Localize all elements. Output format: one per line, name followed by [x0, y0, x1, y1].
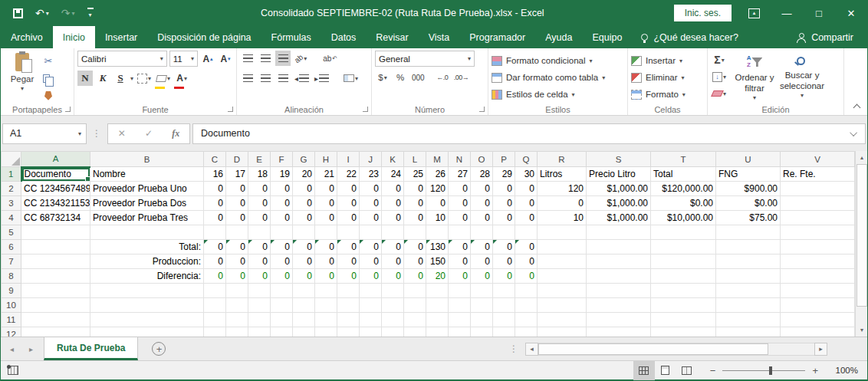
zoom-level[interactable]: 100% [827, 366, 858, 375]
cell-D6[interactable]: 0 [226, 240, 248, 255]
cell-J1[interactable]: 23 [360, 167, 382, 182]
dialog-launcher-icon[interactable] [363, 107, 368, 112]
redo-button[interactable]: ↷▾ [61, 8, 75, 18]
row-header-3[interactable]: 3 [2, 196, 21, 211]
button-eliminar[interactable]: Eliminar▾ [631, 69, 704, 86]
cell-G6[interactable]: 0 [293, 240, 315, 255]
align-center-button[interactable] [258, 71, 273, 86]
zoom-slider[interactable] [722, 370, 805, 371]
vertical-scroll-thumb[interactable] [856, 164, 867, 307]
share-button[interactable]: Compartir [797, 26, 867, 48]
font-name-select[interactable]: Calibri▾ [77, 51, 167, 67]
cell-A11[interactable] [21, 313, 90, 327]
cell-S5[interactable] [587, 225, 651, 240]
cell-O8[interactable]: 0 [471, 269, 493, 284]
cell-D12[interactable] [226, 327, 248, 337]
dialog-launcher-icon[interactable] [479, 107, 485, 112]
cell-L5[interactable] [404, 225, 426, 240]
cell-Q3[interactable]: 0 [515, 196, 538, 211]
cell-T6[interactable] [651, 240, 716, 255]
cell-M2[interactable]: 120 [426, 182, 449, 196]
sheet-tab-ruta-de-prueba[interactable]: Ruta De Prueba [44, 337, 138, 360]
column-header-C[interactable]: C [204, 152, 226, 167]
cell-L1[interactable]: 25 [404, 167, 426, 182]
expand-formula-bar-icon[interactable] [850, 129, 857, 136]
button-estilos-de-celda[interactable]: Estilos de celda▾ [492, 86, 624, 103]
dialog-launcher-icon[interactable] [65, 107, 71, 112]
scroll-left-icon[interactable]: ◂ [525, 343, 538, 356]
cut-button[interactable]: ✂ [41, 54, 56, 68]
cell-K9[interactable] [382, 284, 404, 298]
row-header-9[interactable]: 9 [2, 284, 21, 298]
cell-Q7[interactable]: 0 [515, 255, 538, 269]
cell-V2[interactable] [781, 182, 855, 196]
cell-J2[interactable]: 0 [360, 182, 382, 196]
merge-center-button[interactable]: ▾ [342, 71, 360, 86]
cell-S2[interactable]: $1,000.00 [587, 182, 651, 196]
cell-S9[interactable] [587, 284, 651, 298]
cell-H4[interactable]: 0 [315, 211, 337, 225]
cell-E7[interactable]: 0 [248, 255, 271, 269]
cell-V1[interactable]: Re. Fte. [781, 167, 855, 182]
cell-P12[interactable] [493, 327, 515, 337]
tab-equipo[interactable]: Equipo [582, 26, 632, 48]
column-header-N[interactable]: N [449, 152, 471, 167]
cell-P6[interactable]: 0 [493, 240, 515, 255]
page-break-view-button[interactable] [676, 361, 698, 380]
cell-N8[interactable]: 0 [449, 269, 471, 284]
cell-D11[interactable] [226, 313, 248, 327]
copy-button[interactable]: ▾ [41, 71, 56, 86]
cell-B12[interactable] [90, 327, 204, 337]
cell-K7[interactable]: 0 [382, 255, 404, 269]
cell-J8[interactable]: 0 [360, 269, 382, 284]
cell-U6[interactable] [716, 240, 781, 255]
cell-L3[interactable]: 0 [404, 196, 426, 211]
cell-F12[interactable] [271, 327, 293, 337]
tab-formulas[interactable]: Fórmulas [261, 26, 321, 48]
cell-N2[interactable]: 0 [449, 182, 471, 196]
normal-view-button[interactable] [633, 361, 655, 380]
row-header-12[interactable]: 12 [2, 327, 21, 337]
tab-programador[interactable]: Programador [459, 26, 535, 48]
cell-U11[interactable] [716, 313, 781, 327]
cell-L11[interactable] [404, 313, 426, 327]
cell-T11[interactable] [651, 313, 716, 327]
column-header-F[interactable]: F [271, 152, 293, 167]
page-layout-view-button[interactable] [655, 361, 676, 380]
cell-M6[interactable]: 130 [426, 240, 449, 255]
cell-V6[interactable] [781, 240, 855, 255]
cell-D9[interactable] [226, 284, 248, 298]
cell-H8[interactable]: 0 [315, 269, 337, 284]
cell-L6[interactable]: 0 [404, 240, 426, 255]
cell-D3[interactable]: 0 [226, 196, 248, 211]
cell-I9[interactable] [337, 284, 360, 298]
column-header-K[interactable]: K [382, 152, 404, 167]
cell-D7[interactable]: 0 [226, 255, 248, 269]
cell-Q5[interactable] [515, 225, 538, 240]
decrease-indent-button[interactable]: ◂ [293, 71, 311, 86]
tab-insertar[interactable]: Insertar [95, 26, 147, 48]
column-header-O[interactable]: O [471, 152, 493, 167]
cell-R5[interactable] [538, 225, 587, 240]
clear-button[interactable]: ▾ [711, 86, 728, 101]
cell-S1[interactable]: Precio Litro [587, 167, 651, 182]
macro-record-icon[interactable] [8, 366, 18, 375]
insert-function-icon[interactable]: fx [172, 128, 179, 140]
cell-F10[interactable] [271, 298, 293, 313]
button-formato[interactable]: Formato▾ [631, 86, 704, 103]
row-header-5[interactable]: 5 [2, 225, 21, 240]
row-header-11[interactable]: 11 [2, 313, 21, 327]
tab-archivo[interactable]: Archivo [1, 26, 53, 48]
cell-K8[interactable]: 0 [382, 269, 404, 284]
cell-H2[interactable]: 0 [315, 182, 337, 196]
cell-G1[interactable]: 20 [293, 167, 315, 182]
cell-N1[interactable]: 27 [449, 167, 471, 182]
dropdown-arrow-icon[interactable]: ▾ [130, 75, 133, 82]
format-painter-button[interactable] [41, 88, 56, 103]
column-header-Q[interactable]: Q [515, 152, 538, 167]
cell-N11[interactable] [449, 313, 471, 327]
cell-R2[interactable]: 120 [538, 182, 587, 196]
cell-Q1[interactable]: 30 [515, 167, 538, 182]
cell-A2[interactable]: CC 1234567489 [21, 182, 90, 196]
cell-G9[interactable] [293, 284, 315, 298]
